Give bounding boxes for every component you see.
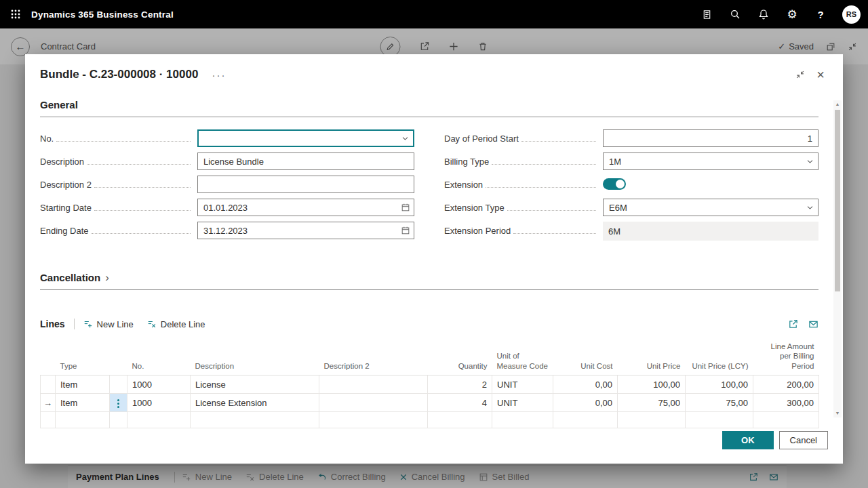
cell-unit-cost[interactable]: 0,00: [553, 394, 618, 412]
ending-date-input[interactable]: [197, 222, 414, 239]
cancellation-section-title: Cancellation: [40, 272, 100, 283]
description-label: Description: [40, 157, 87, 167]
day-of-period-start-input[interactable]: [603, 129, 818, 147]
field-description: Description: [40, 152, 414, 170]
extension-toggle[interactable]: [603, 178, 626, 190]
row-selector-cell[interactable]: [41, 412, 56, 428]
cell-unit-cost[interactable]: 0,00: [553, 375, 618, 394]
extension-type-input[interactable]: [604, 199, 818, 216]
starting-date-input[interactable]: [197, 199, 414, 216]
app-top-bar: Dynamics 365 Business Central ⚙ ? RS: [0, 0, 868, 28]
section-divider: [40, 289, 818, 290]
delete-line-button[interactable]: Delete Line: [147, 319, 205, 329]
billing-type-input[interactable]: [604, 153, 818, 169]
cell-description2[interactable]: [319, 394, 428, 412]
cell-description2[interactable]: [319, 375, 428, 394]
col-description2[interactable]: Description 2: [319, 340, 428, 375]
no-input[interactable]: [199, 131, 413, 146]
toggle-knob: [616, 180, 625, 188]
notifications-icon[interactable]: [749, 0, 778, 28]
lines-table: Type No. Description Description 2 Quant…: [40, 340, 819, 428]
scroll-down-icon[interactable]: ▼: [833, 409, 842, 418]
row-menu-cell[interactable]: [110, 394, 127, 412]
col-selector: [41, 340, 56, 375]
row-selector-cell[interactable]: →: [41, 394, 56, 412]
table-row[interactable]: Item 1000 License 2 UNIT 0,00 100,00 100…: [41, 375, 819, 394]
dotted-leader: [92, 233, 191, 234]
bundle-dialog: Bundle - C.23-000008 · 10000 ··· × Gener…: [25, 54, 843, 464]
general-fields: No. Description Description 2: [40, 129, 818, 245]
cell-unit-price[interactable]: 75,00: [618, 394, 686, 412]
scroll-up-icon[interactable]: ▲: [833, 100, 842, 108]
restore-window-icon[interactable]: [790, 66, 810, 83]
close-icon[interactable]: ×: [810, 66, 831, 83]
cell-no[interactable]: 1000: [127, 394, 191, 412]
extension-type-select[interactable]: [603, 199, 818, 216]
cell-type[interactable]: Item: [56, 394, 110, 412]
cell-uom[interactable]: UNIT: [492, 394, 553, 412]
scrollbar-thumb[interactable]: [835, 110, 840, 291]
row-selector-cell[interactable]: [41, 375, 56, 394]
cell-line-amount[interactable]: 300,00: [753, 394, 819, 412]
col-no[interactable]: No.: [127, 340, 191, 375]
report-icon[interactable]: [692, 0, 721, 28]
lines-toolbar: Lines New Line Delete Line: [40, 316, 818, 332]
avatar[interactable]: RS: [842, 5, 861, 24]
billing-type-select[interactable]: [603, 152, 818, 170]
general-section-header: General: [40, 99, 818, 110]
more-options-icon[interactable]: ···: [212, 70, 226, 80]
description2-input[interactable]: [197, 176, 414, 193]
fields-left-column: No. Description Description 2: [40, 129, 414, 245]
cell-line-amount[interactable]: 200,00: [753, 375, 819, 394]
col-type[interactable]: Type: [56, 340, 110, 375]
share-icon[interactable]: [788, 319, 798, 329]
cell-quantity[interactable]: 2: [428, 375, 492, 394]
modal-scrollbar[interactable]: ▲ ▼: [833, 100, 842, 418]
cell-type[interactable]: Item: [56, 375, 110, 394]
dotted-leader: [486, 187, 596, 188]
dialog-footer: OK Cancel: [722, 431, 828, 449]
chevron-right-icon: ›: [105, 272, 109, 283]
cell-description[interactable]: License: [191, 375, 319, 394]
col-quantity[interactable]: Quantity: [428, 340, 492, 375]
cell-unit-price[interactable]: 100,00: [618, 375, 686, 394]
field-extension-type: Extension Type: [444, 199, 818, 216]
cell-no[interactable]: 1000: [127, 375, 191, 394]
cancellation-section-header[interactable]: Cancellation ›: [40, 272, 818, 283]
extension-label: Extension: [444, 180, 486, 190]
delete-line-label: Delete Line: [161, 319, 205, 329]
cell-unit-price-lcy[interactable]: 75,00: [686, 394, 753, 412]
cancel-button[interactable]: Cancel: [779, 431, 828, 449]
dialog-title: Bundle - C.23-000008 · 10000: [40, 68, 198, 81]
help-icon[interactable]: ?: [806, 0, 835, 28]
new-line-button[interactable]: New Line: [83, 319, 134, 329]
cell-unit-price-lcy[interactable]: 100,00: [686, 375, 753, 394]
new-line-label: New Line: [97, 319, 134, 329]
col-uom[interactable]: Unit of Measure Code: [492, 340, 553, 375]
table-row-empty[interactable]: [41, 412, 819, 428]
extension-period-value: 6M: [603, 222, 818, 241]
row-menu-cell[interactable]: [110, 375, 127, 394]
description-input[interactable]: [197, 152, 414, 170]
cell-description[interactable]: License Extension: [191, 394, 319, 412]
col-unit-price[interactable]: Unit Price: [618, 340, 686, 375]
app-launcher-icon[interactable]: [0, 0, 31, 28]
col-description[interactable]: Description: [191, 340, 319, 375]
ok-button[interactable]: OK: [722, 431, 774, 449]
dotted-leader: [94, 210, 191, 211]
dotted-leader: [94, 187, 191, 188]
mail-icon[interactable]: [808, 319, 818, 329]
col-line-amount[interactable]: Line Amount per Billing Period: [753, 340, 819, 375]
fields-right-column: Day of Period Start Billing Type Extensi…: [444, 129, 818, 245]
table-row-selected[interactable]: → Item 1000 License Extension 4 UNIT 0,0…: [41, 394, 819, 412]
col-unit-cost[interactable]: Unit Cost: [553, 340, 618, 375]
no-combobox[interactable]: [197, 129, 414, 147]
col-unit-price-lcy[interactable]: Unit Price (LCY): [686, 340, 753, 375]
lines-toolbar-right: [788, 319, 818, 329]
search-icon[interactable]: [721, 0, 749, 28]
settings-icon[interactable]: ⚙: [778, 0, 806, 28]
vertical-ellipsis-icon: [117, 399, 119, 408]
cell-quantity[interactable]: 4: [428, 394, 492, 412]
current-row-arrow-icon: →: [43, 398, 52, 408]
cell-uom[interactable]: UNIT: [492, 375, 553, 394]
